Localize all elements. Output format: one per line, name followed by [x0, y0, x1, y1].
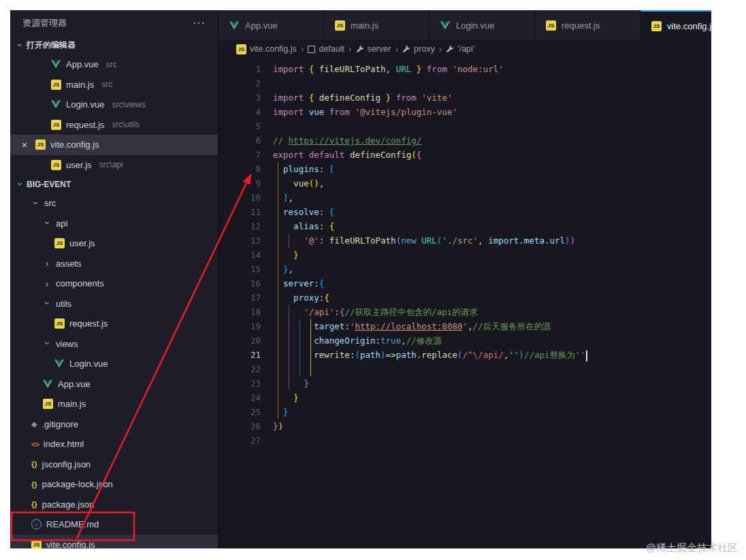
code-line-13[interactable]: 13 '@': fileURLToPath(new URL('./src', i… [218, 233, 711, 248]
tree-item-main.js[interactable]: JSmain.js [10, 394, 218, 414]
tree-item-user.js[interactable]: JSuser.js [10, 233, 218, 254]
breadcrumb-item-default[interactable]: default [308, 44, 344, 54]
tree-item-App.vue[interactable]: App.vue [10, 374, 218, 395]
code-line-18[interactable]: 18 '/api':{//获取主路径中包含的/api的请求 [218, 305, 711, 319]
line-number: 23 [218, 376, 261, 391]
tree-item-jsconfig.json[interactable]: {}jsconfig.json [10, 455, 218, 475]
html-icon: <> [31, 440, 39, 448]
file-name: components [56, 278, 104, 289]
breadcrumb-item-vite.config.js[interactable]: JSvite.config.js [236, 44, 297, 54]
code-text [261, 433, 273, 448]
tree-item-request.js[interactable]: JSrequest.js [10, 314, 218, 334]
open-editor-main.js[interactable]: JSmain.jssrc [10, 75, 218, 95]
code-lines: 1import { fileURLToPath, URL } from 'nod… [218, 62, 711, 448]
tree-item-views[interactable]: views [10, 334, 218, 355]
tree-item-.gitignore[interactable]: ◆.gitignore [10, 414, 218, 435]
code-line-24[interactable]: 24 } [218, 391, 711, 405]
tree-item-package-lock.json[interactable]: {}package-lock.json [10, 474, 218, 495]
close-icon[interactable] [18, 139, 31, 150]
breadcrumb-item-server[interactable]: server [356, 44, 391, 54]
breadcrumb-item-proxy[interactable]: proxy [402, 44, 435, 54]
breadcrumb: JSvite.config.js›default›server›proxy›'/… [218, 40, 711, 58]
line-number: 15 [218, 262, 261, 276]
breadcrumb-item-'/api'[interactable]: '/api' [446, 44, 474, 54]
md-icon: i [31, 519, 42, 529]
tree-item-index.html[interactable]: <>index.html [10, 434, 218, 455]
open-editor-vite.config.js[interactable]: JSvite.config.js [10, 135, 218, 155]
code-editor[interactable]: 1import { fileURLToPath, URL } from 'nod… [218, 58, 711, 548]
line-number: 22 [218, 362, 261, 376]
tab-vite.config.js[interactable]: JSvite.config.js [640, 10, 711, 40]
code-line-4[interactable]: 4import vue from '@vitejs/plugin-vue' [218, 105, 711, 119]
tab-request.js[interactable]: JSrequest.js [535, 10, 640, 40]
tab-App.vue[interactable]: App.vue [218, 10, 324, 40]
file-name: user.js [66, 160, 92, 170]
open-editor-user.js[interactable]: JSuser.jssrc\api [10, 155, 218, 176]
code-text: } [261, 248, 299, 262]
open-editors-section-header[interactable]: 打开的编辑器 [10, 36, 218, 54]
vue-icon [51, 100, 61, 110]
code-text: resolve: { [261, 205, 334, 219]
tree-item-api[interactable]: api [10, 214, 218, 234]
vscode-window: 资源管理器 ··· 打开的编辑器 App.vuesrcJSmain.jssrcL… [10, 10, 711, 548]
tab-main.js[interactable]: JSmain.js [324, 10, 429, 40]
tree-item-Login.vue[interactable]: Login.vue [10, 354, 218, 374]
code-line-16[interactable]: 16 server:{ [218, 276, 711, 291]
file-path: src [106, 60, 117, 69]
line-number: 7 [218, 148, 261, 162]
line-number: 25 [218, 405, 261, 419]
code-line-26[interactable]: 26}) [218, 419, 711, 433]
code-line-12[interactable]: 12 alias: { [218, 219, 711, 233]
code-line-27[interactable]: 27 [218, 433, 711, 448]
code-line-20[interactable]: 20 changeOrigin:true,//修改源 [218, 333, 711, 348]
open-editor-request.js[interactable]: JSrequest.jssrc\utils [10, 115, 218, 135]
code-text [261, 119, 273, 133]
tree-item-utils[interactable]: utils [10, 294, 218, 314]
open-editor-App.vue[interactable]: App.vuesrc [10, 54, 218, 75]
line-number: 2 [218, 76, 261, 90]
open-editor-Login.vue[interactable]: Login.vuesrc\views [10, 95, 218, 115]
code-line-25[interactable]: 25 } [218, 405, 711, 419]
line-number: 8 [218, 162, 261, 176]
code-line-9[interactable]: 9 vue(), [218, 176, 711, 191]
line-number: 18 [218, 305, 261, 319]
editor-area: App.vueJSmain.jsLogin.vueJSrequest.jsJSv… [218, 10, 711, 548]
code-line-22[interactable]: 22 [218, 362, 711, 376]
line-number: 1 [218, 62, 261, 76]
code-text: target:'http://localhost:8080',//后天服务所在的… [261, 319, 551, 333]
code-line-15[interactable]: 15 }, [218, 262, 711, 276]
tree-item-package.json[interactable]: {}package.json [10, 495, 218, 515]
code-line-19[interactable]: 19 target:'http://localhost:8080',//后天服务… [218, 319, 711, 333]
code-line-17[interactable]: 17 proxy:{ [218, 291, 711, 305]
code-line-10[interactable]: 10 ], [218, 191, 711, 205]
code-line-11[interactable]: 11 resolve: { [218, 205, 711, 219]
code-text: }, [261, 262, 293, 276]
code-text: } [261, 376, 309, 391]
code-line-14[interactable]: 14 } [218, 248, 711, 262]
chevron-down-icon [16, 41, 25, 49]
code-line-3[interactable]: 3import { defineConfig } from 'vite' [218, 90, 711, 105]
more-actions-icon[interactable]: ··· [193, 17, 206, 29]
code-line-5[interactable]: 5 [218, 119, 711, 133]
code-line-6[interactable]: 6// https://vitejs.dev/config/ [218, 133, 711, 148]
tab-label: App.vue [245, 20, 278, 31]
file-path: src [101, 80, 112, 89]
code-line-23[interactable]: 23 } [218, 376, 711, 391]
tree-item-src[interactable]: src [10, 193, 218, 214]
tree-item-README.md[interactable]: iREADME.md [10, 514, 218, 535]
tree-item-vite.config.js[interactable]: JSvite.config.js [10, 535, 218, 549]
tree-item-components[interactable]: components [10, 274, 218, 294]
code-line-8[interactable]: 8 plugins: [ [218, 162, 711, 176]
tree-item-assets[interactable]: assets [10, 254, 218, 274]
open-editors-list: App.vuesrcJSmain.jssrcLogin.vuesrc\views… [10, 54, 218, 175]
code-text: '@': fileURLToPath(new URL('./src', impo… [261, 233, 575, 248]
breadcrumb-label: vite.config.js [250, 44, 297, 54]
code-line-1[interactable]: 1import { fileURLToPath, URL } from 'nod… [218, 62, 711, 76]
code-text: export default defineConfig({ [261, 148, 421, 162]
code-line-2[interactable]: 2 [218, 76, 711, 90]
file-name: src [44, 198, 56, 208]
tab-Login.vue[interactable]: Login.vue [429, 10, 535, 40]
workspace-section-header[interactable]: BIG-EVENT [10, 175, 218, 193]
code-line-7[interactable]: 7export default defineConfig({ [218, 148, 711, 162]
code-line-21[interactable]: 21 rewrite:(path)=>path.replace(/^\/api/… [218, 348, 711, 362]
